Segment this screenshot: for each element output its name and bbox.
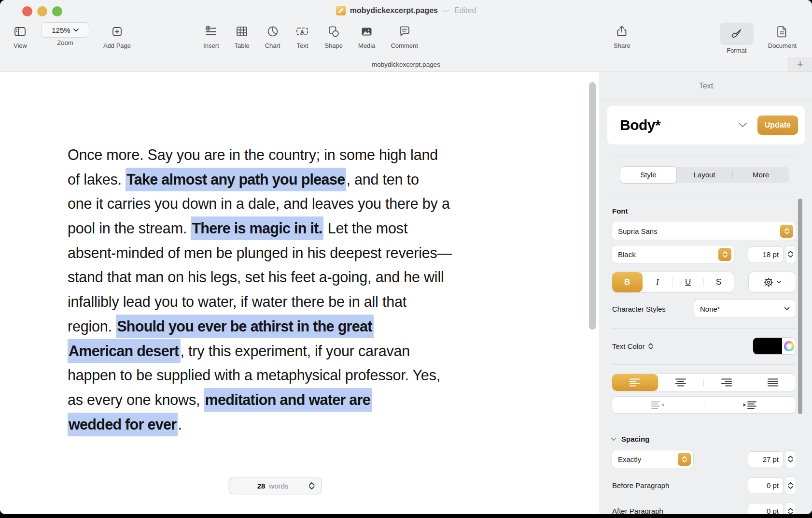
font-size-field[interactable]: 18 pt <box>748 247 783 262</box>
sidebar-scrollbar[interactable] <box>798 199 802 414</box>
word-count-control[interactable]: 28 words <box>229 477 322 494</box>
up-down-chevrons-icon[interactable] <box>648 343 653 349</box>
body-text[interactable]: region. <box>68 318 116 334</box>
tab-style[interactable]: Style <box>620 167 676 183</box>
document-line[interactable]: one it carries you down in a dale, and l… <box>68 191 452 216</box>
add-page-button[interactable]: Add Page <box>103 23 131 49</box>
color-picker-button[interactable] <box>782 338 796 354</box>
document-line[interactable]: pool in the stream. There is magic in it… <box>68 216 452 241</box>
up-down-chevrons-icon <box>678 453 691 466</box>
shape-button[interactable]: Shape <box>324 23 343 49</box>
comment-icon <box>398 23 411 40</box>
strikethrough-button[interactable]: S <box>704 272 734 292</box>
alignment-buttons <box>612 374 796 391</box>
body-text[interactable]: as every one knows, <box>68 391 204 408</box>
update-style-button[interactable]: Update <box>757 115 798 135</box>
chart-button[interactable]: Chart <box>265 23 280 49</box>
new-tab-button[interactable]: + <box>788 57 812 72</box>
zoom-control[interactable]: 125% Zoom <box>42 23 89 49</box>
align-left-button[interactable] <box>612 374 658 391</box>
body-text[interactable]: , and ten to <box>346 171 419 187</box>
up-down-chevrons-icon <box>780 225 793 238</box>
font-size-stepper[interactable] <box>785 246 796 263</box>
document-line[interactable]: absent-minded of men be plunged in his d… <box>68 241 452 265</box>
body-text[interactable]: infallibly lead you to water, if water t… <box>68 293 406 310</box>
spacing-section[interactable]: Spacing <box>611 435 796 443</box>
table-button[interactable]: Table <box>235 23 250 49</box>
titlebar: mobydickexcerpt.pages — Edited <box>0 0 812 21</box>
underline-button[interactable]: U <box>673 272 703 292</box>
document-line[interactable]: as every one knows, meditation and water… <box>68 388 452 412</box>
advanced-options-button[interactable] <box>749 272 796 292</box>
media-button[interactable]: Media <box>358 23 375 49</box>
body-text[interactable]: absent-minded of men be plunged in his d… <box>68 245 452 261</box>
format-button[interactable]: Format <box>720 23 754 54</box>
font-typeface-select[interactable]: Black <box>612 245 734 263</box>
tab-more[interactable]: More <box>733 167 789 183</box>
paragraph-style-card[interactable]: Body* Update <box>607 106 805 144</box>
body-text[interactable]: one it carries you down in a dale, and l… <box>68 195 450 212</box>
font-family-select[interactable]: Supria Sans <box>612 222 796 240</box>
document-line[interactable]: stand that man on his legs, set his feet… <box>68 265 452 289</box>
divider <box>612 364 796 365</box>
insert-button[interactable]: Insert <box>203 23 219 49</box>
tab-document[interactable]: mobydickexcerpt.pages <box>372 61 440 68</box>
line-spacing-field[interactable]: 27 pt <box>748 452 783 467</box>
selected-bold-text[interactable]: meditation and water are <box>204 388 372 412</box>
format-tabs: Style Layout More <box>620 167 789 183</box>
document-line[interactable]: region. Should you ever be athirst in th… <box>68 314 452 339</box>
vertical-scrollbar[interactable] <box>589 82 596 330</box>
document-line[interactable]: of lakes. Take almost any path you pleas… <box>68 167 452 192</box>
align-justify-button[interactable] <box>750 374 796 391</box>
before-paragraph-field[interactable]: 0 pt <box>748 478 783 493</box>
body-text[interactable]: , try this experiment, if your caravan <box>181 343 410 359</box>
document-button[interactable]: Document <box>768 23 797 54</box>
divider <box>612 425 796 425</box>
body-text[interactable]: of lakes. <box>68 171 126 187</box>
body-text[interactable]: happen to be supplied with a metaphysica… <box>68 367 440 383</box>
selected-bold-text[interactable]: Take almost any path you please <box>126 168 346 191</box>
selected-bold-text[interactable]: wedded for ever <box>68 413 178 436</box>
current-color-swatch[interactable] <box>753 338 782 354</box>
document-line[interactable]: infallibly lead you to water, if water t… <box>68 289 452 314</box>
title-separator: — <box>442 6 450 15</box>
spacing-mode-select[interactable]: Exactly <box>612 450 693 468</box>
selected-bold-text[interactable]: There is magic in it. <box>191 216 323 240</box>
document-text[interactable]: Once more. Say you are in the country; i… <box>68 143 452 436</box>
character-styles-select[interactable]: None* <box>694 300 796 317</box>
bold-button[interactable]: B <box>612 272 643 292</box>
document-canvas[interactable]: Once more. Say you are in the country; i… <box>0 72 600 514</box>
after-paragraph-stepper[interactable] <box>785 503 796 514</box>
pages-document-icon <box>336 6 346 15</box>
document-line[interactable]: American desert, try this experiment, if… <box>68 339 452 363</box>
view-button[interactable]: View <box>14 23 27 49</box>
tab-layout[interactable]: Layout <box>676 167 732 183</box>
chevron-down-icon[interactable] <box>739 123 747 128</box>
document-line[interactable]: happen to be supplied with a metaphysica… <box>68 363 452 388</box>
body-text[interactable]: pool in the stream. <box>68 220 191 236</box>
insert-icon <box>205 23 217 40</box>
share-button[interactable]: Share <box>614 23 630 54</box>
body-text[interactable]: stand that man on his legs, set his feet… <box>68 269 444 285</box>
after-paragraph-field[interactable]: 0 pt <box>748 504 783 514</box>
document-line[interactable]: Once more. Say you are in the country; i… <box>68 143 452 167</box>
comment-button[interactable]: Comment <box>391 23 418 49</box>
document-line[interactable]: wedded for ever. <box>68 412 452 437</box>
text-button[interactable]: A Text <box>295 23 309 49</box>
zoom-dropdown[interactable]: 125% <box>42 23 89 37</box>
align-right-button[interactable] <box>704 374 750 391</box>
spacing-label: Spacing <box>621 435 649 443</box>
selected-bold-text[interactable]: American desert <box>68 339 181 363</box>
line-spacing-stepper[interactable] <box>785 451 796 468</box>
body-text[interactable]: Let the most <box>323 220 407 236</box>
toolbar: View 125% Zoom Add Page In <box>0 21 812 57</box>
body-text[interactable]: Once more. Say you are in the country; i… <box>68 146 438 163</box>
before-paragraph-stepper[interactable] <box>785 477 796 494</box>
decrease-indent-button[interactable] <box>612 397 704 413</box>
selected-bold-text[interactable]: Should you ever be athirst in the great <box>116 315 374 338</box>
body-text[interactable]: . <box>178 416 182 432</box>
align-center-button[interactable] <box>658 374 704 391</box>
italic-button[interactable]: I <box>643 272 673 292</box>
format-active-pill <box>720 23 754 45</box>
increase-indent-button[interactable] <box>704 397 796 413</box>
